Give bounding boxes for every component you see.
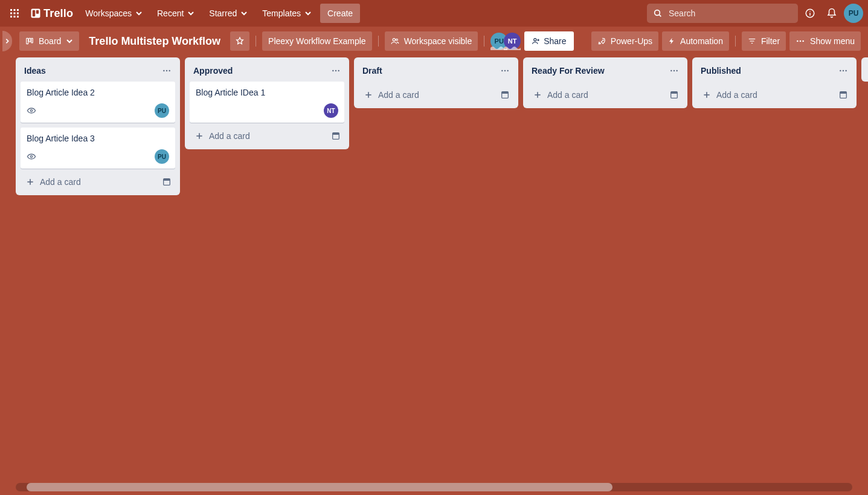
workspace-name: Pleexy Workflow Example [268,36,366,46]
list: Ready For ReviewAdd a card [523,57,687,108]
board-canvas[interactable]: IdeasBlog Article Idea 2PUBlog Article I… [0,56,868,495]
list-menu-button[interactable] [667,63,681,78]
svg-point-57 [676,70,677,71]
list: IdeasBlog Article Idea 2PUBlog Article I… [16,57,180,195]
plus-icon [25,177,35,187]
board-title[interactable]: Trello Multistep Workflow [83,35,227,48]
svg-point-55 [670,70,672,71]
trello-logo[interactable]: Trello [27,4,77,23]
nav-label: Recent [157,8,184,18]
notifications-button[interactable] [822,4,841,23]
app-switcher-button[interactable] [5,4,24,23]
card-footer: PU [27,148,169,165]
svg-rect-6 [10,16,12,18]
card[interactable]: Blog Article Idea 2PU [21,82,175,123]
horizontal-scrollbar[interactable] [16,483,852,491]
list-header: Ready For Review [523,57,687,82]
svg-line-13 [659,15,661,16]
card-template-button[interactable] [497,86,513,103]
filter-button[interactable]: Filter [742,31,786,51]
avatar-initials: PU [158,154,166,160]
list-menu-button[interactable] [159,63,174,78]
add-member-icon [532,37,540,45]
add-card-button[interactable]: Add a card [190,128,327,144]
create-button[interactable]: Create [320,4,360,23]
info-button[interactable] [800,4,820,23]
list-footer: Add a card [185,125,349,144]
svg-rect-10 [33,10,36,17]
add-card-button[interactable]: Add a card [359,86,497,103]
brand-name: Trello [43,7,73,20]
list-peek [861,57,868,82]
add-card-button[interactable]: Add a card [21,173,158,190]
svg-point-16 [809,11,811,12]
list-header: Published [692,57,857,82]
member-avatar[interactable]: PU [155,103,169,118]
list-title[interactable]: Approved [193,66,233,76]
list-menu-button[interactable] [836,63,850,78]
card-template-button[interactable] [158,173,175,190]
svg-point-49 [504,70,506,71]
workspace-chip[interactable]: Pleexy Workflow Example [262,31,372,51]
create-label: Create [327,8,353,18]
template-icon [669,90,679,100]
automation-button[interactable]: Automation [662,31,729,51]
card[interactable]: Blog Article Idea 3PU [21,128,175,169]
member-avatar[interactable]: NT [324,103,338,118]
powerups-button[interactable]: Power-Ups [591,31,658,51]
account-avatar[interactable]: PU [844,4,863,23]
search-input[interactable] [667,8,792,19]
board-members[interactable]: PUNT [490,33,521,50]
show-menu-label: Show menu [810,36,855,46]
card-template-button[interactable] [327,128,344,144]
more-horizontal-icon [838,66,848,76]
sidebar-expand-button[interactable] [2,31,12,51]
card[interactable]: Blog Article IDea 1NT [190,82,344,123]
card-template-button[interactable] [835,86,852,103]
show-menu-button[interactable]: Show menu [789,31,861,51]
share-button[interactable]: Share [524,31,573,51]
svg-point-33 [166,70,167,71]
svg-point-22 [534,39,536,41]
visibility-button[interactable]: Workspace visible [385,31,478,51]
add-card-button[interactable]: Add a card [697,86,835,103]
bolt-icon [668,37,675,45]
list-title[interactable]: Draft [362,66,382,76]
svg-point-32 [163,70,164,71]
list: ApprovedBlog Article IDea 1NTAdd a card [185,57,349,149]
search-box[interactable] [647,4,798,23]
nav-templates[interactable]: Templates [256,4,318,23]
list-menu-button[interactable] [329,63,343,78]
scrollbar-thumb[interactable] [27,483,612,491]
add-card-label: Add a card [547,90,588,100]
watching-icon [27,106,36,115]
add-card-label: Add a card [378,90,419,100]
trello-board-icon [30,8,41,19]
plus-icon [533,90,542,100]
svg-rect-68 [840,92,847,94]
list-title[interactable]: Published [701,66,741,76]
svg-point-35 [30,109,32,111]
add-card-button[interactable]: Add a card [528,86,666,103]
nav-workspaces[interactable]: Workspaces [79,4,149,23]
member-avatar[interactable]: NT [504,33,521,50]
list-title[interactable]: Ideas [24,66,46,76]
list-title[interactable]: Ready For Review [532,66,605,76]
svg-rect-17 [27,38,28,44]
plus-icon [702,90,712,100]
avatar-initials: NT [508,37,517,45]
share-label: Share [544,36,566,46]
list-footer: Add a card [692,84,857,103]
nav-recent[interactable]: Recent [151,4,201,23]
plus-icon [364,90,373,100]
member-avatar[interactable]: PU [155,149,169,164]
star-board-button[interactable] [230,31,249,51]
svg-rect-8 [17,16,19,18]
card-template-button[interactable] [666,86,683,103]
view-switcher-button[interactable]: Board [19,31,79,51]
nav-label: Workspaces [85,8,132,18]
nav-starred[interactable]: Starred [203,4,254,23]
filter-icon [748,37,756,45]
list-menu-button[interactable] [498,63,512,78]
view-label: Board [39,36,61,46]
